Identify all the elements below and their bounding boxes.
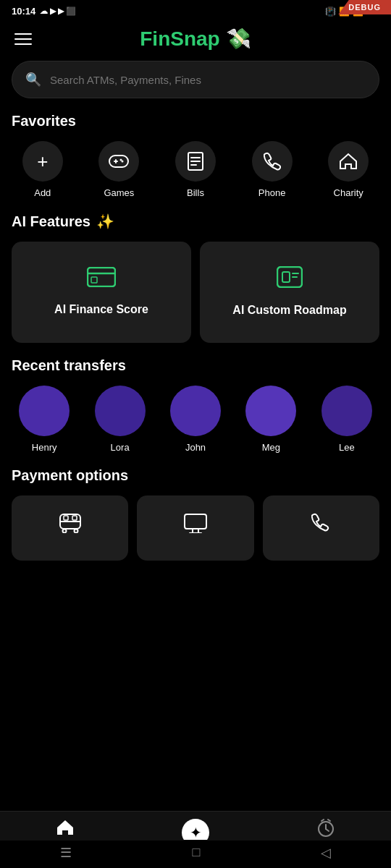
add-icon: + [22,141,63,182]
ai-finance-score-card[interactable]: AI Finance Score [12,242,191,343]
avatar-meg [245,386,296,436]
transfer-name-henry: Henry [32,442,57,453]
search-icon: 🔍 [25,72,41,88]
money-icon: 💸 [226,27,251,51]
favorites-row: + Add Games [12,141,379,198]
app-header: FinSnap 💸 [0,20,391,61]
internet-tv-icon [184,513,207,538]
favorite-games-label: Games [104,187,134,198]
favorites-title: Favorites [12,113,379,129]
remainder-nav-icon [316,819,335,842]
transfer-name-john: John [185,442,206,453]
avatar-john [170,386,221,436]
ai-cards-row: AI Finance Score AI Custom Roadmap [12,242,379,343]
status-time: 10:14 ☁ ▶ ▶ ⬛ [12,6,76,17]
home-nav-icon [56,819,75,841]
svg-rect-0 [109,156,128,167]
svg-rect-13 [282,272,290,282]
charity-icon [328,141,369,182]
avatar-lora [95,386,146,436]
transfer-name-lee: Lee [339,442,355,453]
favorite-bills[interactable]: Bills [164,141,227,198]
payment-options-section: Payment options [0,467,391,575]
transfer-name-meg: Meg [262,442,280,453]
ai-features-title: AI Features ✨ [12,213,379,230]
ai-custom-roadmap-card[interactable]: AI Custom Roadmap [200,242,379,343]
payment-transport[interactable] [12,495,128,561]
svg-rect-20 [64,516,68,520]
svg-rect-11 [91,277,97,283]
search-input[interactable] [50,74,366,86]
transfer-name-lora: Lora [111,442,130,453]
favorite-charity-label: Charity [334,187,363,198]
sys-nav-menu[interactable]: ☰ [60,845,72,861]
avatar-lee [321,386,372,436]
transfer-lee[interactable]: Lee [314,386,379,453]
favorite-charity[interactable]: Charity [317,141,379,198]
transfer-meg[interactable]: Meg [238,386,303,453]
games-icon [98,141,139,182]
transport-icon [59,513,82,538]
search-section: 🔍 [0,61,391,113]
status-icons: ☁ ▶ ▶ ⬛ [40,7,76,16]
favorite-phone-label: Phone [258,187,286,198]
search-bar[interactable]: 🔍 [12,61,379,98]
custom-roadmap-icon [277,266,303,293]
recent-transfers-title: Recent transfers [12,357,379,374]
avatar-henry [19,386,70,436]
svg-rect-21 [72,516,77,520]
system-nav-bar: ☰ □ ◁ [0,840,391,868]
favorite-phone[interactable]: Phone [241,141,303,198]
custom-roadmap-label: AI Custom Roadmap [232,303,346,318]
finance-score-icon [87,267,116,292]
sys-nav-home[interactable]: □ [193,845,201,861]
svg-line-28 [326,829,329,831]
payment-phone[interactable] [263,495,379,561]
status-bar: 10:14 ☁ ▶ ▶ ⬛ 📳 📶 📶 100 [0,0,391,20]
finance-score-label: AI Finance Score [54,302,148,318]
svg-line-30 [328,820,330,821]
transfer-john[interactable]: John [163,386,228,453]
svg-point-18 [74,529,77,533]
phone-icon [252,141,293,182]
svg-point-4 [120,159,122,161]
ai-features-section: AI Features ✨ AI Finance Score [0,213,391,357]
app-title: FinSnap 💸 [140,27,251,51]
payment-cards-row [12,495,379,561]
svg-point-17 [62,529,66,533]
sparkle-icon: ✨ [96,213,114,230]
favorite-add-label: Add [34,187,51,198]
bills-icon [175,141,216,182]
sys-nav-back[interactable]: ◁ [321,845,331,861]
favorite-games[interactable]: Games [88,141,151,198]
payment-phone-icon [311,513,330,538]
favorites-section: Favorites + Add Games [0,113,391,213]
transfer-henry[interactable]: Henry [12,386,77,453]
payment-options-title: Payment options [12,467,379,484]
favorite-add[interactable]: + Add [12,141,74,198]
payment-internet-tv[interactable] [137,495,253,561]
transfer-lora[interactable]: Lora [87,386,152,453]
menu-button[interactable] [14,33,32,45]
svg-line-29 [321,820,324,821]
transfers-row: Henry Lora John Meg Lee [12,386,379,453]
svg-rect-22 [185,514,206,529]
recent-transfers-section: Recent transfers Henry Lora John Meg Lee [0,357,391,467]
favorite-bills-label: Bills [187,187,204,198]
